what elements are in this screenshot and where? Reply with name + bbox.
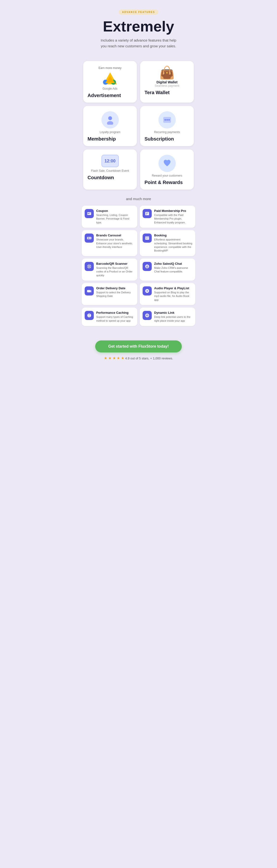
svg-point-9 (166, 119, 168, 121)
dynamic-link-text: Dynamic Link Deep link potential users t… (154, 311, 192, 323)
rewards-label: Reward your customers (152, 174, 182, 177)
zoho-chat-text: Zoho SalesIQ Chat Make Zoho CRM's awesom… (154, 262, 192, 274)
paid-membership-text: Paid Membership Pro Compatible with the … (154, 209, 192, 224)
star-3: ★ (113, 356, 116, 360)
svg-point-8 (164, 119, 166, 121)
caching-icon (85, 311, 94, 320)
advance-badge: ADVANCE FEATURES (119, 10, 159, 14)
heart-icon (159, 155, 176, 172)
card-membership-icon-area: Loyalty program (87, 111, 133, 134)
audio-player-text: Audio Player & PlayList Supported on Blo… (154, 286, 192, 302)
subscription-icon (159, 111, 176, 128)
booking-icon (143, 234, 152, 243)
zoho-chat-icon (143, 262, 152, 271)
coupon-icon (85, 209, 94, 218)
star-4: ★ (117, 356, 120, 360)
brands-carousel-desc: Showcase your brands. Enhance your store… (96, 238, 134, 249)
svg-rect-21 (146, 236, 147, 237)
countdown-icon: 12:00 (102, 155, 119, 167)
svg-point-12 (88, 213, 88, 214)
countdown-label: Flash Sale, Countdown Event (91, 169, 129, 173)
feature-cards-grid: Earn more money Google Ads Advertisement… (78, 56, 199, 192)
zoho-chat-title: Zoho SalesIQ Chat (154, 262, 192, 266)
card-advertisement: Earn more money Google Ads Advertisement (83, 61, 137, 102)
header-section: ADVANCE FEATURES Extremely Includes a va… (78, 0, 199, 56)
order-delivery-icon (85, 286, 94, 296)
list-row-1: Coupon Searching, Listing, Coupon Banner… (82, 206, 195, 228)
list-item-booking: Booking Effortless appointment schedulin… (140, 230, 195, 256)
svg-rect-20 (145, 237, 149, 240)
svg-point-28 (89, 266, 90, 267)
svg-rect-17 (87, 237, 91, 239)
list-item-caching: Performance Caching Support many types o… (82, 308, 137, 326)
much-more-text: and much more (78, 192, 199, 203)
membership-icon (102, 111, 119, 128)
coupon-text: Coupon Searching, Listing, Coupon Banner… (96, 209, 134, 224)
card-countdown: 12:00 Flash Sale, Countdown Event Countd… (83, 149, 137, 190)
digital-wallet-label: Digital Wallet (157, 80, 177, 84)
list-item-coupon: Coupon Searching, Listing, Coupon Banner… (82, 206, 137, 228)
svg-rect-19 (89, 237, 91, 239)
brands-carousel-icon (85, 234, 94, 243)
caching-text: Performance Caching Support many types o… (96, 311, 134, 323)
barcode-text: Barcode/QR Scanner Scanning the Barcodes… (96, 262, 134, 277)
google-ads-icon (102, 71, 118, 85)
advertisement-title: Advertisement (87, 93, 133, 98)
svg-rect-18 (88, 237, 89, 239)
audio-player-icon (143, 286, 152, 296)
paid-membership-desc: Compatible with the Paid Membership Pro … (154, 213, 192, 224)
brands-carousel-title: Brands Carousel (96, 234, 134, 237)
seamless-label: Seamless payment (155, 84, 179, 88)
svg-point-36 (87, 292, 88, 293)
cta-button[interactable]: Get started with FluxStore today! (95, 340, 182, 352)
coupon-desc: Searching, Listing, Coupon Banner, Perce… (96, 213, 134, 224)
star-5: ★ (121, 356, 124, 360)
order-delivery-desc: Support to select the Delivery Shipping … (96, 291, 134, 298)
card-rewards-icon-area: Reward your customers (144, 155, 190, 177)
audio-player-title: Audio Player & PlayList (154, 286, 192, 290)
order-delivery-title: Order Delivery Date (96, 286, 134, 290)
list-row-3: Barcode/QR Scanner Scanning the Barcodes… (82, 258, 195, 281)
subscription-svg (162, 115, 172, 125)
svg-point-37 (90, 292, 91, 293)
list-item-dynamic-link: Dynamic Link Deep link potential users t… (140, 308, 195, 326)
list-item-audio-player: Audio Player & PlayList Supported on Blo… (140, 283, 195, 305)
stars-row: ★ ★ ★ ★ ★ 4.9 out of 5 stars, + 1,000 re… (83, 356, 194, 360)
booking-text: Booking Effortless appointment schedulin… (154, 234, 192, 253)
list-item-order-delivery: Order Delivery Date Support to select th… (82, 283, 137, 305)
svg-point-5 (108, 116, 112, 120)
countdown-title: Countdown (87, 175, 133, 180)
svg-rect-24 (146, 238, 147, 239)
svg-rect-22 (148, 236, 148, 237)
caching-desc: Support many types of Caching method to … (96, 315, 134, 323)
cta-section: Get started with FluxStore today! ★ ★ ★ … (78, 333, 199, 365)
paid-membership-title: Paid Membership Pro (154, 209, 192, 213)
dynamic-link-icon (143, 311, 152, 320)
order-delivery-text: Order Delivery Date Support to select th… (96, 286, 134, 298)
list-item-barcode: Barcode/QR Scanner Scanning the Barcodes… (82, 258, 137, 281)
star-2: ★ (108, 356, 112, 360)
dynamic-link-title: Dynamic Link (154, 311, 192, 314)
star-1: ★ (104, 356, 107, 360)
svg-point-6 (107, 121, 113, 125)
paid-membership-icon (143, 209, 152, 218)
zoho-chat-desc: Make Zoho CRM's awesome Chat feature com… (154, 266, 192, 274)
booking-title: Booking (154, 234, 192, 237)
barcode-title: Barcode/QR Scanner (96, 262, 134, 266)
dynamic-link-desc: Deep link potential users to the right p… (154, 315, 192, 323)
membership-title: Membership (87, 136, 133, 142)
list-item-brands-carousel: Brands Carousel Showcase your brands. En… (82, 230, 137, 256)
card-membership: Loyalty program Membership (83, 106, 137, 146)
point-rewards-title: Point & Rewards (144, 180, 190, 185)
brands-carousel-text: Brands Carousel Showcase your brands. En… (96, 234, 134, 249)
booking-desc: Effortless appointment scheduling. Strea… (154, 238, 192, 253)
wallet-icon: 👜 (159, 66, 175, 79)
coupon-title: Coupon (96, 209, 134, 213)
subscription-label: Recurring payments (154, 130, 180, 134)
list-row-5: Performance Caching Support many types o… (82, 308, 195, 326)
svg-rect-35 (87, 290, 90, 292)
card-subscription-icon-area: Recurring payments (144, 111, 190, 134)
list-item-paid-membership: Paid Membership Pro Compatible with the … (140, 206, 195, 228)
tera-wallet-title: Tera Wallet (144, 90, 190, 95)
rating-text: 4.9 out of 5 stars, + 1,000 reviews. (125, 356, 173, 360)
